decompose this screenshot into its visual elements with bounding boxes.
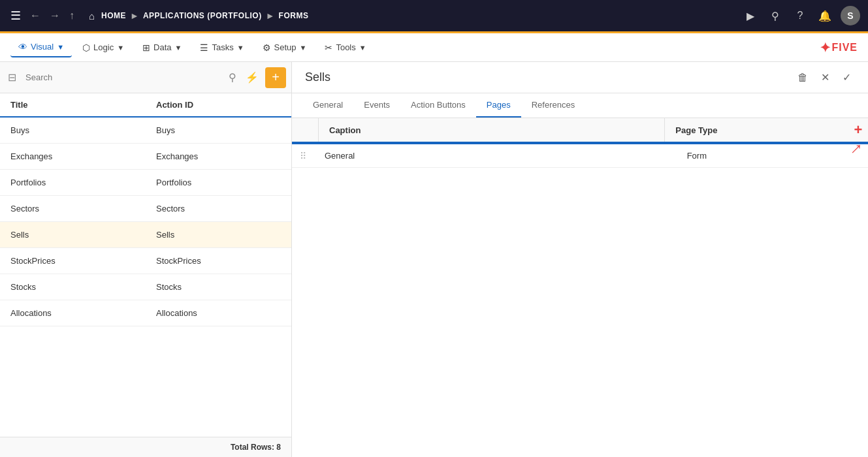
row-action-id: Sectors: [146, 196, 291, 221]
row-title: Sells: [0, 222, 146, 247]
flash-icon[interactable]: ⚡: [243, 69, 261, 86]
content-area: Caption Page Type + ↑ ⠿ General Form: [292, 118, 868, 457]
visual-dropdown-icon: ▼: [57, 43, 64, 51]
search-icon[interactable]: ⚲: [226, 69, 239, 86]
five-logo: ✦ FIVE: [820, 40, 858, 55]
tab-pages[interactable]: Pages: [476, 93, 521, 118]
table-row[interactable]: Sectors Sectors: [0, 196, 291, 222]
row-title: StockPrices: [0, 248, 146, 274]
row-action-id: Buys: [146, 118, 291, 143]
row-title: Exchanges: [0, 144, 146, 169]
left-toolbar: ⊟ ⚲ ⚡ +: [0, 62, 291, 93]
table-header: Title Action ID: [0, 93, 291, 118]
table-row[interactable]: Portfolios Portfolios: [0, 170, 291, 196]
row-title: Sectors: [0, 196, 146, 221]
up-button[interactable]: ↑: [67, 7, 77, 24]
nav-item-tools-label: Tools: [336, 42, 355, 52]
top-bar: ☰ ← → ↑ ⌂ HOME ► APPLICATIONS (PORTFOLIO…: [0, 0, 868, 31]
right-title: Sells: [305, 71, 794, 84]
tasks-icon: ☰: [200, 42, 208, 53]
row-action-id: Sells: [146, 222, 291, 247]
tasks-dropdown-icon: ▼: [237, 44, 244, 52]
delete-button[interactable]: 🗑: [794, 67, 812, 87]
forward-button[interactable]: →: [47, 7, 63, 24]
table-row[interactable]: Allocations Allocations: [0, 300, 291, 326]
setup-dropdown-icon: ▼: [300, 44, 307, 52]
tools-dropdown-icon: ▼: [359, 44, 366, 52]
avatar[interactable]: S: [841, 6, 860, 25]
pages-row[interactable]: ⠿ General Form: [292, 144, 868, 168]
row-title: Stocks: [0, 274, 146, 300]
table-body: Buys Buys Exchanges Exchanges Portfolios…: [0, 118, 291, 437]
table-row[interactable]: Buys Buys: [0, 118, 291, 144]
right-panel: Sells 🗑 ✕ ✓ General Events Action Button…: [292, 62, 868, 457]
table-row[interactable]: Stocks Stocks: [0, 274, 291, 300]
add-button[interactable]: +: [265, 67, 286, 88]
total-rows-label: Total Rows: 8: [231, 443, 281, 452]
nav-item-logic-label: Logic: [93, 42, 114, 52]
nav-item-data[interactable]: ⊞ Data ▼: [135, 39, 189, 57]
search-top-icon[interactable]: ⚲: [766, 7, 784, 25]
back-button[interactable]: ←: [27, 7, 43, 24]
close-button[interactable]: ✕: [817, 67, 833, 87]
notifications-icon[interactable]: 🔔: [816, 7, 834, 25]
row-action-id: Allocations: [146, 300, 291, 326]
hamburger-icon[interactable]: ☰: [8, 6, 24, 25]
setup-icon: ⚙: [263, 42, 271, 53]
col-header-caption: Caption: [319, 119, 664, 142]
filter-icon[interactable]: ⊟: [5, 69, 19, 86]
tab-references[interactable]: References: [521, 93, 585, 118]
nav-item-visual-label: Visual: [31, 42, 54, 52]
data-icon: ⊞: [142, 42, 150, 53]
play-icon[interactable]: ▶: [741, 7, 760, 25]
five-logo-icon: ✦: [820, 40, 830, 55]
drag-col-header: [292, 123, 318, 136]
breadcrumb-applications[interactable]: APPLICATIONS (PORTFOLIO): [143, 11, 262, 20]
header-actions: 🗑 ✕ ✓: [794, 67, 855, 87]
right-header: Sells 🗑 ✕ ✓: [292, 62, 868, 93]
nav-item-visual[interactable]: 👁 Visual ▼: [10, 38, 72, 57]
tabs-bar: General Events Action Buttons Pages Refe…: [292, 93, 868, 118]
help-icon[interactable]: ?: [791, 7, 809, 25]
row-action-id: Stocks: [146, 274, 291, 300]
tab-action-buttons[interactable]: Action Buttons: [400, 93, 476, 118]
page-type: Form: [677, 144, 868, 167]
breadcrumb-home[interactable]: HOME: [101, 11, 126, 20]
data-dropdown-icon: ▼: [175, 44, 182, 52]
row-action-id: StockPrices: [146, 248, 291, 274]
left-footer: Total Rows: 8: [0, 437, 291, 457]
save-button[interactable]: ✓: [839, 67, 855, 87]
table-row[interactable]: StockPrices StockPrices: [0, 248, 291, 274]
drag-handle[interactable]: ⠿: [292, 146, 314, 166]
row-action-id: Portfolios: [146, 170, 291, 195]
nav-item-setup[interactable]: ⚙ Setup ▼: [255, 39, 315, 57]
add-page-button[interactable]: +: [848, 120, 868, 140]
breadcrumb-forms[interactable]: FORMS: [279, 11, 309, 20]
table-row[interactable]: Exchanges Exchanges: [0, 144, 291, 170]
nav-item-tools[interactable]: ✂ Tools ▼: [317, 39, 374, 57]
tools-icon: ✂: [325, 42, 332, 53]
top-bar-left: ☰ ← → ↑ ⌂ HOME ► APPLICATIONS (PORTFOLIO…: [8, 6, 308, 25]
row-action-id: Exchanges: [146, 144, 291, 169]
secondary-nav: 👁 Visual ▼ ⬡ Logic ▼ ⊞ Data ▼ ☰ Tasks ▼ …: [0, 33, 868, 62]
row-title: Buys: [0, 118, 146, 143]
home-icon: ⌂: [86, 8, 97, 24]
logic-dropdown-icon: ▼: [117, 44, 124, 52]
table-row-selected[interactable]: Sells Sells: [0, 222, 291, 248]
col-header-page-type: Page Type: [665, 119, 848, 142]
col-header-title: Title: [0, 93, 146, 116]
breadcrumb: ⌂ HOME ► APPLICATIONS (PORTFOLIO) ► FORM…: [86, 8, 308, 24]
five-logo-text: FIVE: [831, 42, 858, 54]
nav-item-data-label: Data: [153, 42, 171, 52]
row-title: Portfolios: [0, 170, 146, 195]
nav-item-logic[interactable]: ⬡ Logic ▼: [74, 39, 132, 57]
tab-events[interactable]: Events: [353, 93, 400, 118]
search-input[interactable]: [23, 70, 222, 85]
col-header-action-id: Action ID: [146, 93, 291, 116]
nav-item-tasks[interactable]: ☰ Tasks ▼: [192, 39, 251, 57]
tab-general[interactable]: General: [302, 93, 353, 118]
main-layout: ⊟ ⚲ ⚡ + Title Action ID Buys Buys Exchan…: [0, 62, 868, 457]
breadcrumb-sep-1: ►: [130, 10, 139, 21]
nav-item-tasks-label: Tasks: [212, 42, 233, 52]
logic-icon: ⬡: [82, 42, 90, 53]
